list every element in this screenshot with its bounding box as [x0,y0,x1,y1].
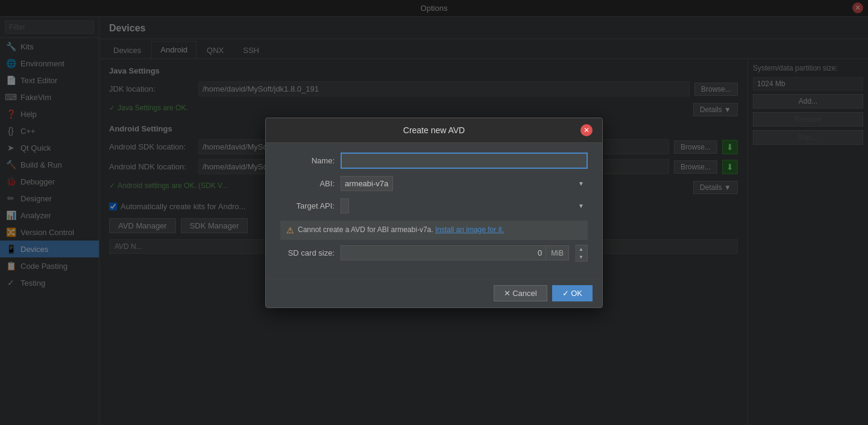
modal-name-input[interactable] [341,153,588,169]
modal-footer: ✕ Cancel ✓ OK [266,279,602,307]
sd-spinner-down[interactable]: ▼ [575,253,587,261]
modal-target-label: Target API: [280,201,335,210]
modal-warning: ⚠ Cannot create a AVD for ABI armeabi-v7… [280,221,588,240]
modal-abi-select[interactable]: armeabi-v7a arm64-v8a x86 x86_64 [341,176,393,191]
modal-body: Name: ABI: armeabi-v7a arm64-v8a x86 x86… [266,143,602,279]
sd-input-wrapper: MiB [341,245,569,260]
modal-name-row: Name: [280,153,588,169]
modal-overlay: Create new AVD ✕ Name: ABI: armeabi-v7a … [0,0,868,425]
modal-header: Create new AVD ✕ [266,118,602,143]
modal-title: Create new AVD [288,125,580,135]
install-link[interactable]: Install an image for it. [435,225,504,234]
modal-abi-row: ABI: armeabi-v7a arm64-v8a x86 x86_64 [280,176,588,191]
modal-abi-label: ABI: [280,179,335,188]
sd-card-input[interactable] [341,246,546,260]
modal-warning-text: Cannot create a AVD for ABI armeabi-v7a.… [298,225,504,234]
create-avd-modal: Create new AVD ✕ Name: ABI: armeabi-v7a … [265,118,603,308]
modal-target-row: Target API: [280,198,588,213]
sd-card-unit: MiB [546,246,568,260]
modal-name-label: Name: [280,156,335,165]
warning-icon: ⚠ [286,225,294,235]
modal-abi-select-wrapper: armeabi-v7a arm64-v8a x86 x86_64 [341,176,588,191]
modal-target-select[interactable] [341,198,349,213]
modal-target-select-wrapper [341,198,588,213]
sd-card-label: SD card size: [280,248,335,257]
sd-card-row: SD card size: MiB ▲ ▼ [280,245,588,262]
modal-close-button[interactable]: ✕ [580,124,593,136]
cancel-button[interactable]: ✕ Cancel [494,285,547,301]
sd-spinner-up[interactable]: ▲ [575,245,587,253]
ok-button[interactable]: ✓ OK [552,285,593,301]
sd-spinner: ▲ ▼ [575,245,588,262]
